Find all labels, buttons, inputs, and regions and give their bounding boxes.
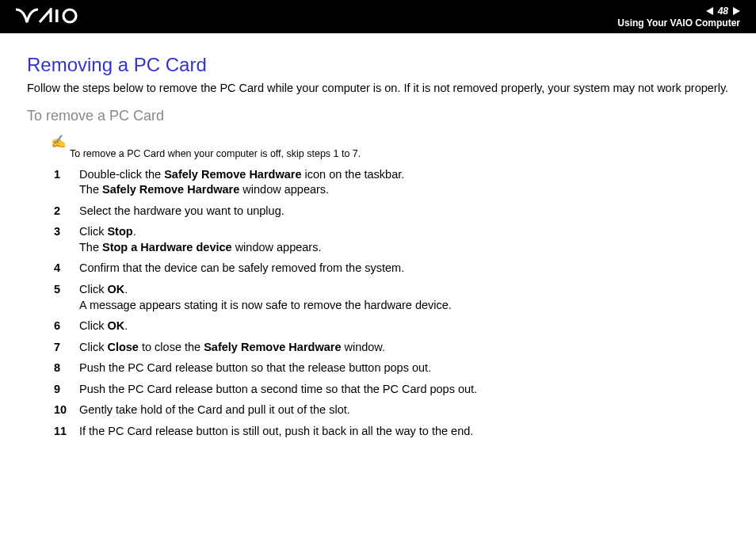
step-item: If the PC Card release button is still o… xyxy=(27,424,729,440)
step-item: Push the PC Card release button a second… xyxy=(27,382,729,398)
note-block: ✍ xyxy=(51,135,729,148)
step-text: If the PC Card release button is still o… xyxy=(79,425,473,437)
note-text-row: To remove a PC Card when your computer i… xyxy=(51,148,729,159)
step-item: Click OK. xyxy=(27,318,729,334)
next-page-arrow-icon[interactable] xyxy=(733,7,740,15)
step-text-bold: Stop a Hardware device xyxy=(102,241,232,254)
step-text: The xyxy=(79,241,102,254)
prev-page-arrow-icon[interactable] xyxy=(706,7,713,15)
step-text: Click xyxy=(79,225,107,238)
step-text-bold: OK xyxy=(107,319,124,332)
step-text-bold: Safely Remove Hardware xyxy=(164,168,301,181)
step-text: Push the PC Card release button so that … xyxy=(79,361,431,374)
steps-list: Double-click the Safely Remove Hardware … xyxy=(27,167,729,440)
page-header: 48 Using Your VAIO Computer xyxy=(0,0,756,33)
step-item: Double-click the Safely Remove Hardware … xyxy=(27,167,729,198)
step-text: The xyxy=(79,183,102,196)
step-text: Click xyxy=(79,341,107,353)
step-text: Confirm that the device can be safely re… xyxy=(79,261,404,274)
vaio-logo-svg xyxy=(16,8,87,24)
step-text-bold: Stop xyxy=(107,225,132,238)
step-text: Push the PC Card release button a second… xyxy=(79,383,477,395)
intro-text: Follow the steps below to remove the PC … xyxy=(27,81,729,97)
step-text: Double-click the xyxy=(79,168,164,181)
step-text: Click xyxy=(79,283,107,296)
page-number: 48 xyxy=(718,6,728,17)
step-item: Click OK.A message appears stating it is… xyxy=(27,282,729,313)
step-text: Gently take hold of the Card and pull it… xyxy=(79,403,350,416)
svg-point-1 xyxy=(63,10,76,22)
step-text: to close the xyxy=(139,341,204,353)
step-text: Click xyxy=(79,319,107,332)
step-item: Select the hardware you want to unplug. xyxy=(27,204,729,219)
step-item: Push the PC Card release button so that … xyxy=(27,360,729,376)
page-content: Removing a PC Card Follow the steps belo… xyxy=(0,33,756,439)
step-text: Select the hardware you want to unplug. xyxy=(79,204,284,217)
step-text-bold: Safely Remove Hardware xyxy=(204,341,341,353)
step-item: Gently take hold of the Card and pull it… xyxy=(27,402,729,418)
step-text: . xyxy=(124,283,128,296)
step-text: window appears. xyxy=(239,183,329,196)
step-text: window appears. xyxy=(232,241,322,254)
step-text: icon on the taskbar. xyxy=(301,168,404,181)
step-text: . xyxy=(124,319,128,332)
step-text-bold: Safely Remove Hardware xyxy=(102,183,239,196)
page-nav: 48 xyxy=(706,6,740,17)
step-text: . xyxy=(133,225,136,238)
step-item: Confirm that the device can be safely re… xyxy=(27,261,729,277)
vaio-logo xyxy=(16,8,87,26)
step-text: A message appears stating it is now safe… xyxy=(79,299,452,311)
section-name: Using Your VAIO Computer xyxy=(617,17,740,29)
page-title: Removing a PC Card xyxy=(27,54,729,76)
subtitle: To remove a PC Card xyxy=(27,108,729,124)
step-text-bold: OK xyxy=(107,283,124,296)
header-right: 48 Using Your VAIO Computer xyxy=(617,6,740,29)
note-text: To remove a PC Card when your computer i… xyxy=(70,148,361,159)
step-text-bold: Close xyxy=(107,341,139,353)
step-item: Click Stop.The Stop a Hardware device wi… xyxy=(27,224,729,255)
step-item: Click Close to close the Safely Remove H… xyxy=(27,340,729,356)
svg-rect-0 xyxy=(55,10,59,22)
note-icon: ✍ xyxy=(51,135,67,148)
step-text: window. xyxy=(341,341,385,353)
